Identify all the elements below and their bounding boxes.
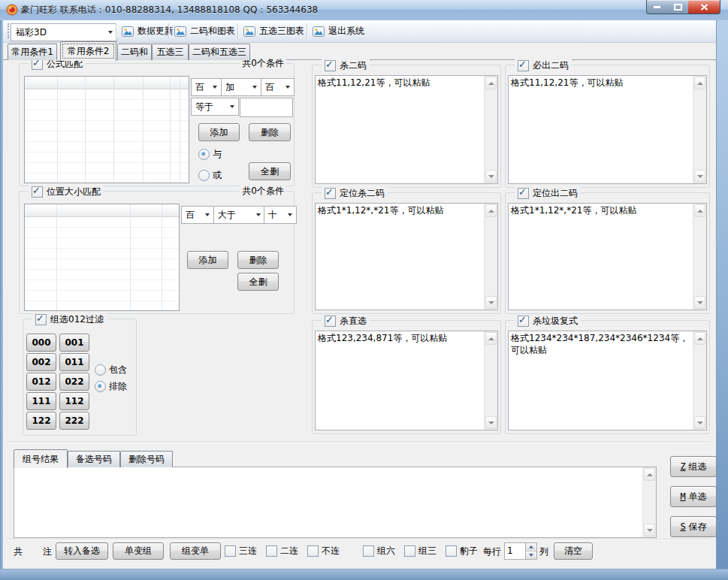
non-consecutive-checkbox[interactable]: 不连 (307, 545, 340, 557)
digit-button-012[interactable]: 012 (26, 373, 56, 391)
scrollbar[interactable] (693, 331, 706, 430)
group-six-checkbox[interactable]: 组六 (363, 545, 395, 557)
tab-two-code-and-five-pick-three[interactable]: 二码和五选三 (189, 44, 250, 60)
scroll-up-icon[interactable] (485, 77, 497, 89)
must-two-code-checkbox[interactable] (518, 60, 529, 71)
scroll-down-icon[interactable] (485, 296, 497, 309)
group-three-checkbox[interactable]: 组三 (404, 545, 436, 557)
formula-or-radio[interactable]: 或 (198, 169, 222, 182)
tab-five-pick-three[interactable]: 五选三 (152, 44, 189, 60)
group012-include-radio[interactable]: 包含 (95, 364, 127, 376)
scroll-down-icon[interactable] (644, 524, 655, 536)
tab-two-code-sum[interactable]: 二码和 (117, 44, 152, 60)
scroll-down-icon[interactable] (485, 170, 497, 183)
spinner-down-icon[interactable] (525, 551, 536, 559)
kill-junk-compound-checkbox[interactable] (518, 316, 529, 327)
scroll-up-icon[interactable] (694, 77, 705, 89)
formula-value-input[interactable] (240, 98, 293, 117)
digit-button-011[interactable]: 011 (59, 353, 89, 371)
position-match-checkbox[interactable] (32, 186, 43, 198)
formula-conditions-grid[interactable] (24, 76, 189, 183)
must-two-code-textarea[interactable]: 格式11,12,21等，可以粘贴 (508, 75, 707, 184)
scroll-up-icon[interactable] (694, 204, 705, 217)
tab-common-2[interactable]: 常用条件2 (60, 41, 116, 61)
spinner-up-icon[interactable] (525, 543, 536, 551)
close-button[interactable] (688, 0, 720, 14)
single-select-button[interactable]: M单选 (670, 486, 717, 507)
group-to-single-button[interactable]: 组变单 (170, 542, 221, 560)
scrollbar[interactable] (484, 204, 497, 310)
result-tab-numbers[interactable]: 组号结果 (14, 449, 68, 468)
group012-exclude-radio[interactable]: 排除 (95, 380, 127, 393)
kill-direct-textarea[interactable]: 格式123,234,871等，可以粘贴 (315, 331, 498, 430)
formula-and-radio[interactable]: 与 (198, 148, 222, 161)
digit-button-111[interactable]: 111 (26, 392, 56, 410)
position-compare-select[interactable]: 大于 (213, 206, 265, 224)
scroll-down-icon[interactable] (485, 416, 497, 429)
save-button[interactable]: S保存 (670, 516, 717, 537)
minimize-button[interactable] (646, 0, 669, 14)
three-consecutive-checkbox[interactable]: 三连 (225, 545, 257, 557)
kill-two-code-checkbox[interactable] (325, 60, 336, 71)
scroll-down-icon[interactable] (694, 170, 705, 183)
maximize-button[interactable] (667, 0, 689, 14)
two-code-sum-chart-button[interactable]: 二码和图表 (171, 23, 238, 40)
kill-direct-checkbox[interactable] (325, 316, 336, 327)
scrollbar[interactable] (484, 76, 497, 183)
position-out-two-code-textarea[interactable]: 格式1*1,12*,*21等，可以粘贴 (508, 203, 707, 310)
scroll-down-icon[interactable] (694, 296, 705, 309)
lottery-type-select[interactable]: 福彩3D (11, 23, 117, 41)
kill-two-code-textarea[interactable]: 格式11,12,21等，可以粘贴 (315, 75, 498, 184)
scrollbar[interactable] (693, 76, 706, 183)
digit-button-222[interactable]: 222 (59, 412, 89, 430)
kill-junk-compound-textarea[interactable]: 格式1234*234*187,234*2346*1234等，可以粘贴 (508, 331, 707, 430)
digit-button-002[interactable]: 002 (26, 353, 56, 371)
scroll-up-icon[interactable] (644, 468, 655, 481)
digit-button-001[interactable]: 001 (59, 334, 89, 352)
position-delete-button[interactable]: 删除 (237, 251, 279, 269)
digit-button-122[interactable]: 122 (26, 412, 56, 430)
clear-button[interactable]: 清空 (554, 542, 593, 560)
triple-checkbox[interactable]: 豹子 (446, 545, 478, 557)
single-to-group-button[interactable]: 单变组 (113, 542, 164, 560)
formula-position2-select[interactable]: 百 (261, 78, 295, 96)
five-pick-three-chart-button[interactable]: 五选三图表 (240, 23, 307, 40)
formula-add-button[interactable]: 添加 (198, 123, 240, 141)
scrollbar[interactable] (693, 204, 706, 310)
position-delete-all-button[interactable]: 全删 (237, 273, 279, 291)
formula-delete-button[interactable]: 删除 (249, 123, 291, 141)
two-consecutive-checkbox[interactable]: 二连 (266, 545, 298, 557)
position-add-button[interactable]: 添加 (187, 251, 228, 269)
group012-checkbox[interactable] (35, 314, 47, 325)
scroll-down-icon[interactable] (694, 416, 705, 429)
scroll-up-icon[interactable] (485, 204, 497, 217)
move-to-candidates-button[interactable]: 转入备选 (56, 542, 108, 560)
per-row-input[interactable] (506, 544, 525, 557)
per-row-stepper[interactable] (504, 542, 537, 560)
position-kill-two-code-textarea[interactable]: 格式1*1,12*,*21等，可以粘贴 (315, 203, 498, 310)
digit-button-022[interactable]: 022 (59, 373, 89, 391)
formula-delete-all-button[interactable]: 全删 (249, 162, 291, 180)
position-kill-two-code-checkbox[interactable] (325, 188, 336, 199)
digit-button-112[interactable]: 112 (59, 392, 89, 410)
scroll-up-icon[interactable] (694, 332, 705, 345)
exit-system-button[interactable]: 退出系统 (310, 23, 367, 40)
result-textarea[interactable] (14, 467, 657, 538)
position-position-select[interactable]: 百 (181, 206, 214, 224)
panel-title: 必出二码 (533, 59, 569, 72)
tab-common-1[interactable]: 常用条件1 (8, 44, 57, 60)
position-conditions-grid[interactable] (24, 204, 180, 311)
scroll-up-icon[interactable] (485, 332, 497, 345)
formula-compare-select[interactable]: 等于 (191, 98, 239, 116)
result-tab-candidates[interactable]: 备选号码 (68, 451, 120, 467)
group-select-button[interactable]: Z组选 (670, 456, 717, 477)
formula-operator-select[interactable]: 加 (221, 78, 261, 96)
digit-button-000[interactable]: 000 (26, 334, 56, 352)
scrollbar[interactable] (484, 331, 497, 430)
formula-position1-select[interactable]: 百 (191, 78, 222, 96)
result-tab-deleted[interactable]: 删除号码 (120, 451, 173, 467)
scrollbar[interactable] (642, 467, 656, 537)
button-label: 转入备选 (64, 545, 100, 557)
position-out-two-code-checkbox[interactable] (518, 188, 529, 199)
position-position2-select[interactable]: 十 (264, 206, 297, 224)
